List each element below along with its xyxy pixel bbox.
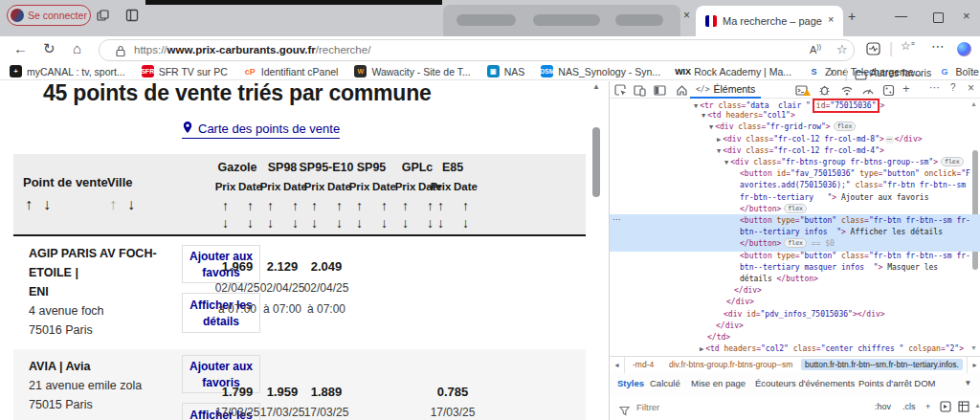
sort-pdv-asc-icon[interactable]: ↑ — [25, 198, 33, 211]
sort-SP95-price-desc-icon[interactable]: ↓ — [347, 216, 371, 230]
subtab-mise-en-page[interactable]: Mise en page — [691, 378, 746, 388]
inactive-tab-redacted[interactable] — [443, 5, 680, 36]
dom-tree-line[interactable]: </td> — [707, 332, 730, 343]
signin-button[interactable]: Se connecter — [7, 5, 91, 26]
refresh-icon[interactable]: ↻ — [43, 40, 56, 57]
dom-tree-line[interactable]: </div> — [726, 297, 754, 307]
sort-SP95-E10-price-desc-icon[interactable]: ↓ — [302, 216, 326, 230]
split-window-icon[interactable] — [125, 9, 139, 26]
devtools-close-icon[interactable]: × — [968, 81, 974, 95]
subtab--couteurs-d-v-nements[interactable]: Écouteurs d'événements — [755, 378, 855, 388]
sort-GPLc-price-desc-icon[interactable]: ↓ — [393, 216, 417, 230]
favorites-bar-icon[interactable]: ☆≡ — [901, 39, 915, 53]
dom-tree-line[interactable]: ▼<div class="fr-btns-group fr-btns-group… — [724, 157, 964, 168]
style-tool-hov[interactable]: :hov — [875, 402, 891, 411]
dom-tree-line[interactable]: </div> — [716, 321, 744, 331]
style-tool-cls[interactable]: .cls — [902, 402, 916, 411]
sort-ville-desc-icon[interactable]: ↓ — [127, 198, 135, 211]
maximize-icon[interactable] — [933, 12, 944, 23]
bookmark-item[interactable]: WWawacity - Site de T... — [354, 65, 470, 77]
dom-tree-line[interactable]: ▼<td headers="col1"> — [702, 110, 795, 122]
subtabs-chevron-icon[interactable]: ▾ — [966, 377, 970, 387]
tree-scroll-up-icon[interactable]: ▲ — [970, 100, 977, 107]
dom-tree-line[interactable]: <div id="pdv_infos_75015036"></div> — [724, 309, 885, 320]
sort-E85-date-desc-icon[interactable]: ↓ — [454, 216, 478, 230]
dom-tree-line[interactable]: <button type="button" class="fr-btn fr-b… — [740, 251, 970, 261]
address-bar[interactable]: https://www.prix-carburants.gouv.fr/rech… — [99, 39, 855, 61]
dom-tree-line[interactable]: btn--tertiary masquer infos "> Masquer l… — [740, 262, 938, 273]
workspaces-icon[interactable] — [96, 9, 110, 27]
dom-tree-line[interactable]: ▶<div class="fr-col-12 fr-col-md-8">⋯</d… — [717, 134, 923, 145]
bookmark-item[interactable]: ▣NAS — [487, 65, 525, 77]
dom-tree-line[interactable]: détails </button> — [740, 274, 818, 284]
dom-tree-line[interactable]: <button id="fav_75015036" type="button" … — [740, 168, 970, 179]
subtab-calcul-[interactable]: Calculé — [650, 378, 680, 388]
lock-icon[interactable] — [116, 44, 125, 61]
dom-tree-line[interactable]: </button>flex — [740, 204, 807, 214]
tree-scroll-down-icon[interactable]: ▼ — [970, 344, 977, 351]
close-tab-icon[interactable]: × — [828, 13, 834, 25]
active-tab[interactable]: Ma recherche – page 1 | Pr × — [696, 6, 843, 36]
bookmarks-overflow-icon[interactable]: › — [830, 65, 834, 78]
sort-Gazole-price-asc-icon[interactable]: ↑ — [213, 199, 237, 212]
style-tool-[interactable]: + — [925, 402, 930, 411]
breadcrumb-item[interactable]: -md-4 — [633, 360, 654, 369]
browser-essentials-icon[interactable] — [866, 42, 880, 59]
map-link[interactable]: Carte des points de vente — [182, 121, 340, 139]
tab-elements[interactable]: </> Éléments — [690, 81, 761, 99]
bookmark-item[interactable]: GBoîte de réception (... — [938, 65, 980, 77]
favorite-star-icon[interactable]: ☆ — [836, 42, 848, 56]
sort-E85-price-asc-icon[interactable]: ↑ — [429, 199, 453, 212]
subtab-points-d-arr-t-dom[interactable]: Points d'arrêt DOM — [858, 378, 935, 388]
sort-SP98-price-desc-icon[interactable]: ↓ — [258, 216, 282, 230]
settings-more-icon[interactable]: ⋯ — [931, 38, 945, 54]
dom-tree-line[interactable]: ▼<div class="fr-grid-row">flex — [709, 122, 856, 133]
back-icon[interactable]: ← — [13, 40, 28, 56]
breadcrumb-item[interactable]: div.fr-btns-group.fr-btns-group--sm — [669, 360, 792, 369]
bookmark-item[interactable]: cPIdentifiant cPanel — [244, 65, 339, 77]
element-state-icon[interactable] — [940, 401, 951, 414]
styles-scroll-up-icon[interactable]: ▲ — [974, 402, 980, 409]
sort-SP95-E10-price-asc-icon[interactable]: ↑ — [302, 199, 326, 212]
dom-tree-line[interactable]: ▶<td headers="col2" class="center chiffr… — [700, 343, 964, 355]
col-ville[interactable]: Ville — [107, 175, 133, 189]
bookmark-item[interactable]: SFRSFR TV sur PC — [142, 65, 228, 77]
sort-GPLc-price-asc-icon[interactable]: ↑ — [393, 199, 417, 212]
breadcrumb-left-icon[interactable]: ◂ — [610, 357, 625, 373]
devtools-help-icon[interactable]: ? — [950, 82, 956, 93]
devtools-more-icon[interactable]: ⋯ — [929, 81, 940, 94]
more-tabs-icon[interactable]: + — [902, 81, 910, 96]
subtab-styles[interactable]: Styles — [617, 378, 644, 388]
breadcrumb-item-selected[interactable]: button.fr-btn.fr-btn--sm.fr-btn--tertiar… — [801, 359, 963, 370]
dom-tree-line[interactable]: <button type="button" class="fr-btn fr-b… — [740, 215, 970, 226]
sort-SP95-price-asc-icon[interactable]: ↑ — [347, 199, 371, 212]
filter-input[interactable] — [635, 401, 753, 413]
bookmark-item[interactable]: +myCANAL : tv, sport... — [10, 65, 125, 77]
breadcrumb-right-icon[interactable]: ▸ — [967, 357, 980, 373]
minimize-icon[interactable]: — — [895, 9, 907, 23]
copilot-icon[interactable] — [957, 42, 971, 56]
read-aloud-icon[interactable]: A)) — [810, 43, 821, 55]
sort-E85-date-asc-icon[interactable]: ↑ — [454, 199, 478, 212]
dom-tree-line[interactable]: btn--tertiary infos "> Afficher les déta… — [740, 227, 943, 237]
sort-Gazole-price-desc-icon[interactable]: ↓ — [213, 216, 237, 230]
dom-tree-line[interactable]: </div> — [734, 285, 762, 296]
col-point-de-vente[interactable]: Point de vente — [23, 175, 108, 189]
tree-scrollbar-thumb[interactable] — [972, 150, 978, 270]
new-tab-icon[interactable]: + — [848, 9, 856, 24]
dom-tree-line[interactable]: ▼<div class="fr-col-12 fr-col-md-4"> — [717, 145, 884, 157]
dom-tree-line[interactable]: fr-btn--tertiary "> Ajouter aux favoris — [740, 192, 928, 203]
line-options-icon[interactable]: ⋯ — [612, 215, 621, 224]
page-scroll-up-icon[interactable]: ▲ — [592, 82, 600, 91]
bookmark-item[interactable]: WIXRock Academy | Ma... — [677, 65, 791, 77]
page-scrollbar-thumb[interactable] — [592, 127, 600, 197]
sort-SP98-price-asc-icon[interactable]: ↑ — [258, 199, 282, 212]
bookmark-item[interactable]: DSMNAS_Synology - Syn... — [541, 65, 660, 77]
close-window-icon[interactable]: × — [963, 9, 970, 23]
home-icon[interactable]: ⌂ — [73, 40, 81, 56]
other-favorites-label[interactable]: Autres favoris — [870, 67, 931, 78]
sort-pdv-desc-icon[interactable]: ↓ — [43, 198, 51, 211]
sort-E85-price-desc-icon[interactable]: ↓ — [429, 216, 453, 230]
url-text[interactable]: https://www.prix-carburants.gouv.fr/rech… — [134, 44, 370, 55]
grid-settings-icon[interactable] — [958, 401, 969, 414]
